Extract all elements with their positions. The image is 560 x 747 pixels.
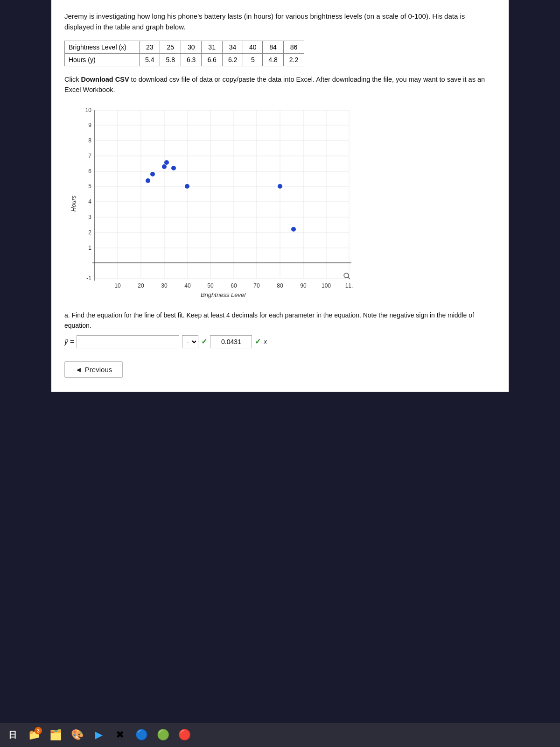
previous-button[interactable]: ◄ Previous bbox=[64, 361, 123, 378]
y-axis-title: Hours bbox=[70, 195, 77, 211]
svg-text:9: 9 bbox=[88, 122, 91, 128]
svg-text:8: 8 bbox=[88, 137, 91, 144]
svg-text:50: 50 bbox=[207, 282, 214, 289]
hours-val-5: 6.2 bbox=[222, 54, 243, 66]
hours-val-7: 4.8 bbox=[263, 54, 283, 66]
brightness-val-4: 31 bbox=[202, 41, 222, 54]
brightness-val-3: 30 bbox=[181, 41, 201, 54]
svg-point-50 bbox=[185, 184, 189, 189]
brightness-val-8: 86 bbox=[283, 41, 304, 54]
question-area: a. Find the equation for the line of bes… bbox=[64, 310, 496, 349]
sign-checkmark: ✓ bbox=[201, 336, 207, 348]
brightness-header: Brightness Level (x) bbox=[65, 41, 140, 54]
svg-text:1: 1 bbox=[88, 245, 91, 251]
brightness-val-5: 34 bbox=[222, 41, 243, 54]
instruction-paragraph: Click Download CSV to download csv file … bbox=[64, 75, 496, 95]
vertical-grid bbox=[118, 110, 349, 278]
taskbar-x-icon[interactable]: ✖ bbox=[111, 726, 129, 744]
y-axis-labels: 10 9 8 7 6 5 4 3 2 1 -1 bbox=[85, 107, 92, 282]
equation-left-input[interactable] bbox=[77, 335, 179, 348]
hours-val-2: 5.8 bbox=[160, 54, 181, 66]
svg-text:2: 2 bbox=[88, 229, 91, 236]
data-table: Brightness Level (x) 23 25 30 31 34 40 8… bbox=[64, 41, 304, 66]
x-axis-title: Brightness Level bbox=[201, 291, 246, 298]
hours-header: Hours (y) bbox=[65, 54, 140, 66]
dark-overlay bbox=[0, 392, 560, 672]
hours-val-3: 6.3 bbox=[181, 54, 201, 66]
svg-text:10: 10 bbox=[114, 282, 121, 289]
svg-point-49 bbox=[171, 166, 176, 170]
svg-point-47 bbox=[162, 164, 167, 169]
svg-text:80: 80 bbox=[277, 282, 283, 289]
svg-point-45 bbox=[146, 178, 150, 183]
taskbar-folder-icon[interactable]: 📁 3 bbox=[25, 726, 43, 744]
taskbar-hi-icon[interactable]: 日 bbox=[4, 726, 21, 744]
taskbar-app3-icon[interactable]: 🔴 bbox=[175, 726, 193, 744]
svg-text:6: 6 bbox=[88, 168, 91, 175]
x-variable: x bbox=[264, 337, 267, 347]
svg-text:5: 5 bbox=[88, 183, 91, 190]
svg-text:7: 7 bbox=[88, 153, 91, 159]
svg-point-48 bbox=[164, 160, 169, 165]
taskbar-media-icon[interactable]: ▶ bbox=[90, 726, 107, 744]
svg-point-52 bbox=[291, 227, 296, 232]
taskbar-paint-icon[interactable]: 🎨 bbox=[68, 726, 86, 744]
download-csv-label[interactable]: Download CSV bbox=[81, 76, 129, 83]
brightness-val-1: 23 bbox=[140, 41, 160, 54]
taskbar: 日 📁 3 🗂️ 🎨 ▶ ✖ 🔵 🟢 🔴 bbox=[0, 723, 560, 747]
x-axis-labels: 10 20 30 40 50 60 70 80 90 100 11. bbox=[114, 282, 353, 289]
sign-select[interactable]: - bbox=[182, 335, 198, 348]
hours-val-4: 6.6 bbox=[202, 54, 222, 66]
svg-text:4: 4 bbox=[88, 198, 91, 205]
brightness-val-2: 25 bbox=[160, 41, 181, 54]
svg-text:30: 30 bbox=[161, 282, 168, 289]
equation-row: ŷ = - ✓ ✓ x bbox=[64, 335, 496, 348]
taskbar-app2-icon[interactable]: 🟢 bbox=[154, 726, 172, 744]
grid-lines bbox=[95, 110, 349, 278]
slope-checkmark: ✓ bbox=[255, 336, 261, 348]
scatter-chart: 10 9 8 7 6 5 4 3 2 1 -1 10 20 30 bbox=[69, 106, 358, 302]
brightness-val-6: 40 bbox=[243, 41, 263, 54]
chart-container: 10 9 8 7 6 5 4 3 2 1 -1 10 20 30 bbox=[69, 106, 358, 302]
y-hat-label: ŷ = bbox=[64, 336, 74, 347]
screen: Jeremy is investigating how long his pho… bbox=[0, 0, 560, 747]
question-a-text: a. Find the equation for the line of bes… bbox=[64, 310, 496, 331]
svg-point-51 bbox=[278, 184, 282, 189]
table-row-hours: Hours (y) 5.4 5.8 6.3 6.6 6.2 5 4.8 2.2 bbox=[65, 54, 304, 66]
previous-label: Previous bbox=[85, 366, 112, 374]
svg-point-53 bbox=[344, 273, 349, 278]
hours-val-6: 5 bbox=[243, 54, 263, 66]
svg-text:10: 10 bbox=[85, 107, 92, 113]
svg-text:40: 40 bbox=[184, 282, 191, 289]
svg-text:90: 90 bbox=[300, 282, 307, 289]
hours-val-8: 2.2 bbox=[283, 54, 304, 66]
svg-point-46 bbox=[150, 172, 155, 176]
svg-text:20: 20 bbox=[138, 282, 144, 289]
svg-text:60: 60 bbox=[231, 282, 237, 289]
table-row-brightness: Brightness Level (x) 23 25 30 31 34 40 8… bbox=[65, 41, 304, 54]
previous-arrow: ◄ bbox=[75, 366, 82, 374]
svg-text:70: 70 bbox=[253, 282, 260, 289]
intro-paragraph: Jeremy is investigating how long his pho… bbox=[64, 11, 496, 32]
taskbar-files-icon[interactable]: 🗂️ bbox=[47, 726, 64, 744]
content-area: Jeremy is investigating how long his pho… bbox=[51, 0, 509, 392]
slope-input[interactable] bbox=[210, 335, 252, 348]
svg-text:11.: 11. bbox=[345, 282, 353, 289]
svg-text:3: 3 bbox=[88, 214, 91, 220]
scatter-points bbox=[146, 160, 296, 232]
taskbar-app1-icon[interactable]: 🔵 bbox=[133, 726, 150, 744]
svg-text:100: 100 bbox=[322, 282, 331, 289]
brightness-val-7: 84 bbox=[263, 41, 283, 54]
svg-text:-1: -1 bbox=[86, 275, 91, 282]
hours-val-1: 5.4 bbox=[140, 54, 160, 66]
